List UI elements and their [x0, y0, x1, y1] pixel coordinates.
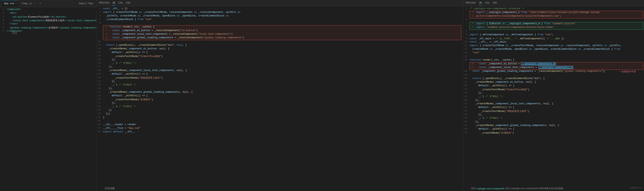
mid-line-6: 6 function render(_ctx, _cache) { — [103, 25, 461, 29]
right-line-4: 4 — [463, 18, 644, 22]
right-tab-bar: PREVIEW JS CSS SSR — [463, 0, 644, 6]
right-line-9: 9 const _sfc_main = /* @__PURE__ */ _def… — [463, 37, 644, 40]
mid-line-5: 5 — [96, 22, 463, 25]
mid-line-20: 20 _createTextVNode("局部按需导入组件") — [96, 76, 463, 80]
right-line-7: 7 — [463, 30, 644, 33]
right-line-3: 3 pc/src/components/localComponents/Loca… — [470, 15, 643, 18]
close-icon[interactable]: ✕ — [15, 2, 16, 5]
tab-css-mid[interactable]: CSS — [118, 1, 123, 5]
right-new-hl-box: 5 import { ElButton as __unplugin_compon… — [470, 22, 643, 30]
tab-app-vue[interactable]: App.vue ✕ — [2, 1, 19, 6]
right-line-30: 30 ]), — [463, 113, 644, 117]
mid-line-13: 13 default: _withCtx(() => [ — [96, 51, 463, 55]
right-line-27: 27 _createVNode(_component_local_test_co… — [463, 102, 644, 106]
mid-line-11: 11 return (_openBlock(), _createElementB… — [96, 44, 463, 47]
right-line-15: 15 function render(_ctx, _cache) { — [463, 59, 644, 62]
middle-tab-bar: PREVIEW JS CSS SSR — [96, 0, 463, 6]
tab-new[interactable]: + — [37, 1, 44, 6]
annotation-all-same: ← 全部组件不变 — [619, 70, 636, 73]
mid-line-26: 26 _createTextVNode("全局组件") — [96, 98, 463, 102]
right-line-20: 20 return (_openBlock(), _createElementB… — [463, 77, 644, 81]
right-code-area: 1 /* unplugin-vue-components disabled */… — [463, 6, 644, 185]
template-line-6: 6 <global-loading-components>全局组件</globa… — [0, 26, 96, 30]
tab-bar-left: App.vue ✕ Comp.js ✕ + Import Map — [0, 0, 96, 7]
tab-preview-mid[interactable]: PREVIEW — [99, 1, 109, 5]
mid-line-3: 3 _withCtx, createVNode as _createVNode,… — [96, 14, 463, 18]
mid-line-12: 12 _createVNode(_component_el_button, nu… — [96, 47, 463, 51]
mid-line-31: 31 } — [96, 116, 463, 120]
right-line-17: 17 const _component_local_test_component… — [470, 66, 643, 70]
right-line-21: 21 _createVNode(_component_el_button, nu… — [463, 81, 644, 84]
left-panel: App.vue ✕ Comp.js ✕ + Import Map 模版 1 <t… — [0, 0, 96, 191]
mid-line-34: 34 __sfc__.__file = "App.vue" — [96, 127, 463, 130]
tab-comp-js[interactable]: Comp.js ✕ — [19, 1, 36, 6]
csdn-watermark: CSDN小子午 — [630, 187, 642, 190]
right-line-13: 13 "vue" — [463, 51, 644, 55]
right-line-28: 28 default: _withCtx(() => [ — [463, 106, 644, 110]
right-line-26: 26 }), — [463, 99, 644, 102]
mid-line-16: 16 _: 1 /* STABLE */ — [96, 62, 463, 65]
plugin-name: unplugin-vue-components — [477, 187, 504, 190]
template-label: 模版 — [12, 31, 17, 35]
right-line-14: 14 — [463, 55, 644, 59]
import-map-button[interactable]: Import Map — [77, 1, 95, 6]
template-line-2: 2 <div> — [0, 12, 96, 15]
mid-line-33: 33 __sfc__.render = render — [96, 123, 463, 127]
mid-line-14: 14 _createTextVNode("ElmentPlus按钮") — [96, 55, 463, 58]
right-line-25: 25 _: 1 /* STABLE */ — [463, 95, 644, 99]
right-line-34: 34 default: _withCtx(() => [ — [463, 128, 644, 131]
tab-ssr-mid[interactable]: SSR — [126, 1, 130, 5]
right-line-6: 6 import 'element-plus/es/components/but… — [470, 26, 643, 29]
right-line-11: 11 import { createTextVNode as _createTe… — [463, 44, 644, 48]
tab-js-right[interactable]: JS — [479, 1, 482, 5]
mid-line-28: 28 _: 1 /* STABLE */ — [96, 105, 463, 109]
mid-line-32: 32 — [96, 120, 463, 123]
template-line-4: 4 <local-test-components>局部按需导入组件</local… — [0, 19, 96, 22]
tab-ssr-right[interactable]: SSR — [492, 1, 497, 5]
middle-code-area: 1 const _sfc__ = {} 2 import { createTex… — [96, 6, 463, 185]
mid-line-9: 9 const _component_global_loading_compon… — [103, 36, 461, 40]
mid-line-1: 1 const _sfc__ = {} — [96, 7, 463, 11]
close-icon-2[interactable]: ✕ — [33, 2, 34, 5]
mid-line-4: 4 _createElementBlock } from "vue" — [96, 18, 463, 22]
tab-js-mid[interactable]: JS — [112, 1, 115, 5]
template-line-5: 5 </div> — [0, 22, 96, 26]
mid-line-30: 30 ])) — [96, 112, 463, 116]
mid-line-19: 19 default: _withCtx(() => [ — [96, 73, 463, 76]
middle-footer-label: 渲染函数 — [96, 185, 463, 191]
right-panel: PREVIEW JS CSS SSR 1 /* unplugin-vue-com… — [463, 0, 644, 191]
mid-line-2: 2 import { createTextVNode as _createTex… — [96, 11, 463, 14]
template-line-1: 1 <template> — [0, 8, 96, 12]
right-import-hl-box: 2 import __unplugin_components_1 from '/… — [470, 11, 643, 18]
tab-preview-right[interactable]: PREVIEW — [466, 1, 476, 5]
replaced-value-2: __unplugin_components_1 — [538, 66, 573, 69]
right-line-24: 24 ]), — [463, 91, 644, 95]
right-line-16: 16 const _component_el_button = __unplug… — [470, 62, 643, 66]
right-line-32: 32 }), — [463, 120, 644, 124]
right-line-35: 35 _createVNode("全局组件") — [463, 131, 644, 135]
mid-line-10: 10 — [96, 40, 463, 44]
right-footer-label: 经过 unplugin-vue-components 经过 unplugin-v… — [463, 185, 644, 191]
right-line-5: 5 import { ElButton as __unplugin_compon… — [470, 22, 643, 26]
right-line-2: 2 import __unplugin_components_1 from '/… — [470, 11, 643, 15]
arrow-left-icon-3: ← — [619, 70, 621, 73]
mid-line-21: 21 ]), — [96, 80, 463, 83]
mid-line-23: 23 }), — [96, 87, 463, 91]
right-line-12: 12 createVNode as _createVNode, openBloc… — [463, 48, 644, 51]
mid-line-29: 29 }) — [96, 109, 463, 112]
right-line-31: 31 _: 1 /* STABLE */ — [463, 117, 644, 120]
right-replaced-box: 16 const _component_el_button = __unplug… — [470, 62, 643, 70]
right-line-18: 18 const _component_global_loading_compo… — [463, 70, 644, 73]
mid-line-24: 24 _createVNode(_component_global_loadin… — [96, 91, 463, 94]
template-code-area: 模版 1 <template> 2 <div> 3 <el-button>Ele… — [0, 7, 96, 191]
right-line-8: 8 import { defineComponent as _defineCom… — [463, 33, 644, 37]
mid-line-18: 18 _createVNode(_component_local_test_co… — [96, 69, 463, 73]
mid-line-7: 7 const _component_el_button = _resolveC… — [103, 29, 461, 33]
middle-panel: PREVIEW JS CSS SSR 1 const _sfc__ = {} 2… — [96, 0, 463, 191]
right-line-1: 1 /* unplugin-vue-components disabled */ — [463, 7, 644, 11]
tab-css-right[interactable]: CSS — [485, 1, 490, 5]
mid-line-25: 25 default: _withCtx(() => [ — [96, 94, 463, 98]
right-line-10: 10 const __sfc__ = _sfc_main; — [463, 40, 644, 44]
right-line-19: 19 — [463, 73, 644, 77]
mid-line-22: 22 _: 1 /* STABLE */ — [96, 83, 463, 87]
